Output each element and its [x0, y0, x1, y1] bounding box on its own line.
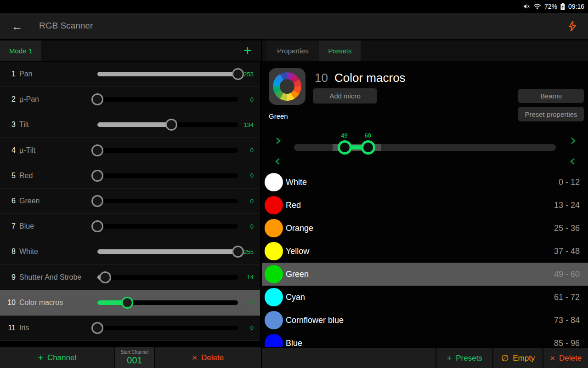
delete-channel-label: Delete: [201, 353, 224, 362]
channel-name: µ-Tilt: [19, 146, 35, 155]
color-swatch: [265, 311, 283, 329]
color-swatch: [265, 242, 283, 260]
preset-row[interactable]: Red 13 - 24: [262, 194, 588, 217]
channel-slider-thumb[interactable]: [91, 144, 103, 156]
min-increment-icon[interactable]: [274, 137, 282, 145]
channel-slider-track[interactable]: [97, 122, 238, 127]
range-max-thumb[interactable]: [361, 140, 375, 155]
channel-slider-track[interactable]: [97, 300, 238, 305]
channel-slider-thumb[interactable]: [91, 195, 103, 207]
preset-properties-button[interactable]: Preset properties: [518, 107, 584, 121]
channel-value: 0: [232, 223, 254, 230]
preset-row[interactable]: Cyan 61 - 72: [262, 286, 588, 309]
channel-row[interactable]: 2 µ-Pan 0: [0, 87, 260, 112]
channel-name: Blue: [19, 222, 34, 230]
channel-slider-track[interactable]: [97, 326, 238, 330]
volume-mute-icon: [523, 3, 530, 10]
channel-value: 0: [232, 172, 254, 179]
channel-value: 54: [232, 299, 254, 306]
tab-mode-1[interactable]: Mode 1: [0, 40, 41, 61]
channel-row[interactable]: 4 µ-Tilt 0: [0, 138, 260, 163]
channel-slider-track[interactable]: [97, 224, 238, 229]
channel-name: Shutter And Strobe: [19, 273, 81, 282]
channel-number: 11: [0, 324, 16, 332]
add-micro-button[interactable]: Add micro: [313, 88, 377, 104]
channel-slider-track[interactable]: [97, 173, 238, 178]
channel-slider-thumb[interactable]: [121, 297, 133, 309]
preset-dmx-range: 49 - 60: [554, 270, 580, 279]
preset-row[interactable]: Cornflower blue 73 - 84: [262, 309, 588, 332]
channel-row[interactable]: 10 Color macros 54: [0, 290, 260, 316]
mode-tab-bar: Mode 1 +: [0, 40, 261, 61]
channel-name: Green: [19, 197, 40, 205]
battery-percentage: 72%: [544, 3, 557, 10]
channel-row[interactable]: 3 Tilt 134: [0, 112, 260, 138]
color-swatch: [265, 219, 283, 237]
channel-slider-track[interactable]: [97, 249, 238, 254]
channel-row[interactable]: 1 Pan 255: [0, 62, 260, 87]
back-arrow-icon[interactable]: ←: [10, 19, 24, 33]
channel-row[interactable]: 11 Iris 0: [0, 316, 260, 341]
channel-slider-track[interactable]: [97, 199, 238, 203]
color-swatch: [265, 265, 283, 283]
channel-slider-thumb[interactable]: [91, 170, 103, 182]
channel-value: 0: [232, 96, 254, 103]
channel-value: 14: [232, 274, 254, 281]
channel-row[interactable]: 7 Blue 0: [0, 214, 260, 239]
channel-number: 10: [0, 299, 16, 307]
preset-row[interactable]: White 0 - 12: [262, 171, 588, 194]
range-track[interactable]: 49 60: [294, 144, 556, 151]
close-icon: ×: [550, 353, 555, 363]
delete-channel-button[interactable]: × Delete: [155, 347, 261, 368]
preset-range-slider: 49 60: [262, 126, 588, 169]
channel-slider-track[interactable]: [97, 72, 238, 76]
beams-button[interactable]: Beams: [518, 89, 584, 103]
empty-button[interactable]: ∅ Empty: [493, 348, 543, 368]
add-presets-button[interactable]: + Presets: [436, 348, 492, 368]
channel-slider-track[interactable]: [97, 275, 238, 280]
channel-slider-track[interactable]: [97, 97, 238, 102]
channel-slider-track[interactable]: [97, 148, 238, 153]
channel-row[interactable]: 8 White 255: [0, 239, 260, 264]
presets-footer-bar: + Presets ∅ Empty × Delete: [262, 347, 588, 368]
delete-preset-label: Delete: [559, 354, 582, 363]
channel-value: 255: [232, 248, 254, 255]
channel-number: 3: [0, 121, 16, 129]
preset-row[interactable]: Green 49 - 60: [262, 263, 588, 286]
channel-slider-thumb[interactable]: [91, 93, 103, 105]
status-bar: 72% 09:16: [0, 0, 588, 13]
preset-row[interactable]: Yellow 37 - 48: [262, 240, 588, 263]
channel-number: 5: [0, 172, 16, 180]
max-decrement-icon[interactable]: [569, 157, 577, 166]
range-max-value: 60: [359, 132, 377, 139]
channel-slider-thumb[interactable]: [91, 322, 103, 334]
channel-row[interactable]: 6 Green 0: [0, 189, 260, 214]
tab-presets[interactable]: Presets: [319, 40, 361, 61]
tab-properties[interactable]: Properties: [266, 40, 319, 61]
preset-list: White 0 - 12 Red 13 - 24 Orange 25 - 36 …: [262, 171, 588, 347]
channel-row[interactable]: 5 Red 0: [0, 163, 260, 189]
flash-icon[interactable]: [566, 20, 579, 33]
color-swatch: [265, 196, 283, 214]
preset-row[interactable]: Blue 85 - 96: [262, 332, 588, 347]
max-increment-icon[interactable]: [569, 137, 577, 145]
channel-slider-thumb[interactable]: [91, 220, 103, 232]
range-min-thumb[interactable]: [338, 140, 352, 155]
channel-number: 2: [0, 95, 16, 104]
min-decrement-icon[interactable]: [274, 157, 282, 166]
add-mode-icon[interactable]: +: [241, 44, 254, 58]
page-title: RGB Scanner: [39, 21, 93, 31]
start-channel-field[interactable]: Start Channel 001: [115, 347, 154, 368]
channel-number: 8: [0, 247, 16, 256]
preset-dmx-range: 37 - 48: [554, 247, 580, 256]
preset-row[interactable]: Orange 25 - 36: [262, 217, 588, 240]
delete-preset-button[interactable]: × Delete: [543, 348, 588, 368]
channel-row[interactable]: 9 Shutter And Strobe 14: [0, 265, 260, 290]
channel-slider-thumb[interactable]: [99, 271, 111, 283]
channel-slider-thumb[interactable]: [165, 119, 177, 131]
add-channel-button[interactable]: + Channel: [0, 347, 114, 368]
channel-value: 0: [232, 324, 254, 331]
channel-name: Red: [19, 172, 33, 180]
color-wheel-icon[interactable]: [269, 68, 305, 105]
channel-list: 1 Pan 255 2 µ-Pan 0 3 Tilt 134 4: [0, 62, 260, 346]
